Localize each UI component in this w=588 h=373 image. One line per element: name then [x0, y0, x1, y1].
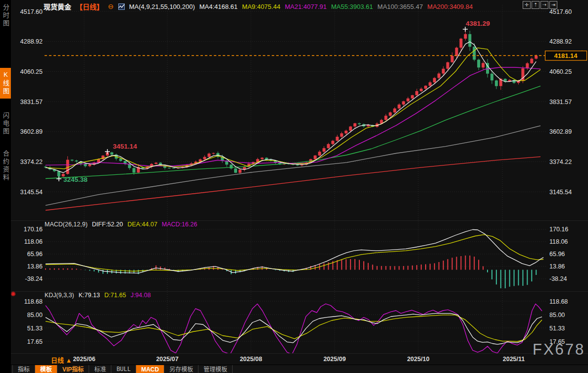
- svg-text:65.96: 65.96: [549, 251, 565, 258]
- svg-text:3831.57: 3831.57: [549, 99, 572, 106]
- chart-canvas[interactable]: 4181.144381.293451.143245.384517.604517.…: [0, 0, 588, 373]
- svg-text:4288.92: 4288.92: [20, 38, 43, 45]
- svg-text:118.68: 118.68: [24, 298, 43, 305]
- svg-text:-38.24: -38.24: [25, 275, 43, 282]
- svg-text:65.96: 65.96: [27, 251, 43, 258]
- ma-settings-label: MA(4,9,21,55,100,200): [129, 3, 195, 10]
- kdj-d-value: D:71.65: [104, 292, 126, 299]
- svg-text:51.33: 51.33: [27, 325, 43, 332]
- svg-text:13.86: 13.86: [549, 263, 565, 270]
- chart-type-sidebar: 分时图 K线图 闪电图 合约资料: [0, 0, 11, 373]
- ma4-value: MA4:4168.61: [199, 3, 238, 10]
- kdj-layer: [46, 304, 542, 354]
- toolbar-vip-indicators-button[interactable]: VIP指标: [57, 365, 89, 373]
- toolbar-standard-button[interactable]: 标准: [89, 365, 111, 373]
- candlestick-mini-icon: [118, 3, 125, 10]
- macd-settings-label: MACD(26,12,9): [45, 221, 88, 228]
- live-blink-icon: ✺: [10, 290, 16, 298]
- svg-text:170.16: 170.16: [549, 226, 568, 233]
- ma9-value: MA9:4075.44: [242, 3, 280, 10]
- svg-text:118.06: 118.06: [24, 238, 43, 245]
- period-tag: 【日线】: [76, 1, 103, 11]
- trading-app: 4181.144381.293451.143245.384517.604517.…: [0, 0, 588, 373]
- site-watermark: FX678: [533, 341, 585, 359]
- indicator-toolbar: 指标 模板 VIP指标 标准 BULL MACD 另存模板 管理模板: [11, 365, 588, 373]
- svg-text:118.06: 118.06: [549, 238, 568, 245]
- svg-text:13.86: 13.86: [27, 263, 43, 270]
- month-label: 2025/09: [323, 356, 345, 363]
- main-chart-legend: 现货黄金 【日线】 ⊖ MA(4,9,21,55,100,200) MA4:41…: [44, 1, 477, 11]
- svg-text:4517.60: 4517.60: [549, 8, 572, 15]
- macd-diff-value: DIFF:52.20: [92, 221, 123, 228]
- zoom-y-fit-icon[interactable]: ⇡: [532, 1, 539, 9]
- svg-text:3831.57: 3831.57: [20, 99, 43, 106]
- period-selector[interactable]: 日线 ▲: [51, 355, 72, 365]
- svg-text:3602.89: 3602.89: [20, 128, 43, 135]
- ma100-value: MA100:3655.47: [378, 3, 423, 10]
- toolbar-save-template-button[interactable]: 另存模板: [164, 365, 198, 373]
- svg-text:3145.54: 3145.54: [20, 189, 43, 196]
- svg-text:-38.24: -38.24: [549, 275, 567, 282]
- svg-text:4381.29: 4381.29: [466, 20, 490, 27]
- svg-text:3451.14: 3451.14: [113, 143, 137, 150]
- move-icon[interactable]: ✛: [523, 1, 531, 9]
- svg-text:4517.60: 4517.60: [20, 8, 43, 15]
- sidebar-item-candle-chart[interactable]: K线图: [0, 68, 11, 99]
- time-axis-row: 日线 ▲ 2025/06 2025/07 2025/08 2025/09 202…: [11, 354, 588, 365]
- macd-hist-value: MACD:16.26: [162, 221, 197, 228]
- svg-text:4060.25: 4060.25: [549, 68, 572, 75]
- svg-text:118.68: 118.68: [549, 298, 568, 305]
- svg-text:17.65: 17.65: [27, 338, 43, 345]
- last-price-layer: 4181.14: [45, 50, 587, 60]
- month-label: 2025/08: [240, 356, 262, 363]
- svg-text:4060.25: 4060.25: [20, 68, 43, 75]
- svg-text:3374.22: 3374.22: [20, 159, 43, 165]
- ma21-value: MA21:4077.91: [285, 3, 327, 10]
- sidebar-item-contract-info[interactable]: 合约资料: [0, 150, 11, 182]
- svg-text:51.33: 51.33: [549, 325, 565, 332]
- month-label: 2025/11: [503, 356, 525, 363]
- kdj-settings-label: KDJ(9,3,3): [45, 292, 74, 299]
- toolbar-bull-button[interactable]: BULL: [111, 365, 136, 373]
- macd-layer: [46, 230, 543, 289]
- candles-layer: [44, 29, 538, 179]
- svg-text:85.00: 85.00: [27, 312, 43, 319]
- kdj-k-value: K:79.13: [79, 292, 100, 299]
- month-label: 2025/10: [407, 356, 429, 363]
- kdj-panel-header: KDJ(9,3,3) K:79.13 D:71.65 J:94.08: [45, 292, 155, 299]
- toolbar-indicators-button[interactable]: 指标: [12, 365, 35, 373]
- collapse-indicator-icon[interactable]: ⊖: [108, 2, 114, 10]
- kdj-j-value: J:94.08: [131, 292, 151, 299]
- toolbar-manage-template-button[interactable]: 管理模板: [198, 365, 233, 373]
- svg-text:3602.89: 3602.89: [549, 128, 572, 135]
- zoom-x-fit-icon[interactable]: ⇢: [540, 1, 548, 9]
- svg-text:4181.14: 4181.14: [554, 52, 578, 59]
- svg-text:85.00: 85.00: [549, 312, 565, 319]
- macd-panel-header: MACD(26,12,9) DIFF:52.20 DEA:44.07 MACD:…: [45, 221, 201, 228]
- chart-tools: ✛ ⇡ ⇢ ⇥: [522, 1, 557, 9]
- grid-lines: [45, 5, 547, 353]
- sidebar-item-flash-chart[interactable]: 闪电图: [0, 112, 11, 136]
- month-label: 2025/06: [73, 356, 95, 363]
- ma200-value: MA200:3409.84: [427, 3, 473, 10]
- sidebar-item-time-chart[interactable]: 分时图: [0, 4, 11, 28]
- macd-dea-value: DEA:44.07: [127, 221, 157, 228]
- month-label: 2025/07: [156, 356, 178, 363]
- svg-text:4288.92: 4288.92: [549, 38, 572, 45]
- svg-text:3374.22: 3374.22: [549, 159, 572, 165]
- toolbar-template-button[interactable]: 模板: [35, 365, 57, 373]
- ma-lines-layer: [46, 42, 540, 210]
- svg-text:3245.38: 3245.38: [63, 176, 88, 183]
- symbol-title: 现货黄金: [44, 1, 71, 11]
- svg-text:3145.54: 3145.54: [549, 189, 572, 196]
- toolbar-macd-button[interactable]: MACD: [136, 365, 164, 373]
- svg-text:170.16: 170.16: [24, 226, 43, 233]
- ma55-value: MA55:3903.61: [331, 3, 373, 10]
- scroll-to-latest-icon[interactable]: ⇥: [549, 1, 557, 9]
